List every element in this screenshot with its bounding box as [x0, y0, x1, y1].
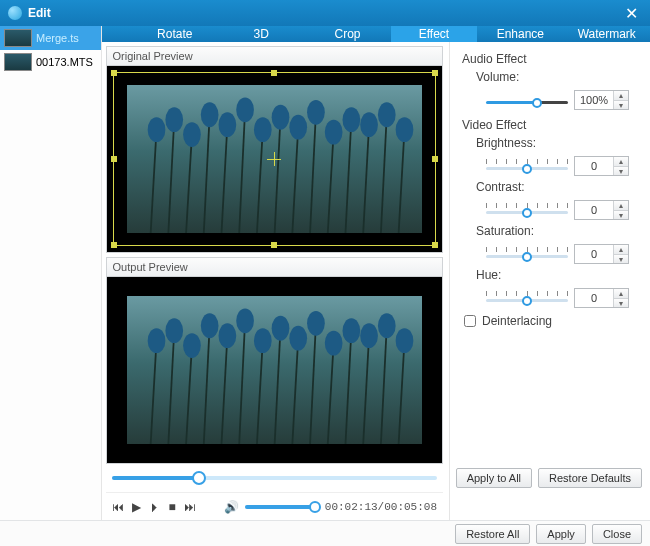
sidebar-item-label: 00173.MTS — [36, 56, 93, 68]
svg-point-57 — [360, 323, 378, 348]
saturation-slider[interactable] — [486, 247, 568, 261]
deinterlacing-input[interactable] — [464, 315, 476, 327]
svg-line-30 — [150, 340, 156, 444]
spin-up-icon[interactable]: ▴ — [614, 289, 628, 298]
svg-point-56 — [342, 318, 360, 343]
volume-icon[interactable]: 🔊 — [224, 500, 239, 514]
brightness-slider[interactable] — [486, 159, 568, 173]
video-frame — [127, 296, 422, 445]
video-effect-section: Video Effect — [462, 118, 640, 132]
spin-down-icon[interactable]: ▾ — [614, 166, 628, 175]
window-title: Edit — [28, 6, 621, 20]
saturation-label: Saturation: — [476, 224, 640, 238]
tab-watermark[interactable]: Watermark — [564, 26, 650, 42]
svg-point-51 — [254, 328, 272, 353]
title-bar: Edit ✕ — [0, 0, 650, 26]
step-icon[interactable]: ⏵ — [149, 500, 161, 514]
tab-enhance[interactable]: Enhance — [477, 26, 563, 42]
spin-down-icon[interactable]: ▾ — [614, 100, 628, 109]
playback-controls: ⏮ ▶ ⏵ ■ ⏭ 🔊 00:02:13/00:05:08 — [106, 492, 443, 520]
saturation-spinner[interactable]: 0 ▴▾ — [574, 244, 629, 264]
restore-defaults-button[interactable]: Restore Defaults — [538, 468, 642, 488]
svg-point-52 — [271, 315, 289, 340]
svg-line-44 — [398, 340, 404, 444]
output-preview — [106, 276, 443, 464]
sidebar-thumb-icon — [4, 29, 32, 47]
svg-point-50 — [236, 308, 254, 333]
original-preview[interactable] — [106, 65, 443, 253]
sidebar-item-label: Merge.ts — [36, 32, 79, 44]
svg-line-32 — [186, 345, 192, 444]
close-button[interactable]: Close — [592, 524, 642, 544]
spin-up-icon[interactable]: ▴ — [614, 201, 628, 210]
spin-up-icon[interactable]: ▴ — [614, 91, 628, 100]
prev-icon[interactable]: ⏮ — [112, 500, 124, 514]
svg-point-54 — [307, 310, 325, 335]
spin-down-icon[interactable]: ▾ — [614, 254, 628, 263]
svg-point-49 — [218, 323, 236, 348]
volume-effect-slider[interactable] — [486, 93, 568, 107]
restore-all-button[interactable]: Restore All — [455, 524, 530, 544]
svg-line-35 — [239, 320, 245, 444]
file-sidebar: Merge.ts 00173.MTS — [0, 26, 102, 520]
seek-bar[interactable] — [106, 464, 443, 492]
svg-point-48 — [200, 313, 218, 338]
crop-center-icon — [267, 152, 281, 166]
spin-up-icon[interactable]: ▴ — [614, 157, 628, 166]
effect-panel: Audio Effect Volume: 100% ▴▾ Video Effec… — [450, 42, 650, 328]
play-icon[interactable]: ▶ — [132, 500, 141, 514]
svg-line-43 — [381, 325, 387, 444]
sidebar-item-00173[interactable]: 00173.MTS — [0, 50, 101, 74]
tab-crop[interactable]: Crop — [304, 26, 390, 42]
svg-point-55 — [324, 330, 342, 355]
hue-spinner[interactable]: 0 ▴▾ — [574, 288, 629, 308]
spin-down-icon[interactable]: ▾ — [614, 210, 628, 219]
contrast-label: Contrast: — [476, 180, 640, 194]
spin-up-icon[interactable]: ▴ — [614, 245, 628, 254]
apply-button[interactable]: Apply — [536, 524, 586, 544]
seek-thumb[interactable] — [192, 471, 206, 485]
sidebar-thumb-icon — [4, 53, 32, 71]
svg-point-53 — [289, 325, 307, 350]
sidebar-item-merge[interactable]: Merge.ts — [0, 26, 101, 50]
close-icon[interactable]: ✕ — [621, 4, 642, 23]
apply-to-all-button[interactable]: Apply to All — [456, 468, 532, 488]
svg-line-42 — [363, 335, 369, 444]
stop-icon[interactable]: ■ — [169, 500, 176, 514]
spin-down-icon[interactable]: ▾ — [614, 298, 628, 307]
preview-column: Original Preview — [102, 42, 450, 520]
app-logo-icon — [8, 6, 22, 20]
svg-line-31 — [168, 330, 174, 444]
brightness-label: Brightness: — [476, 136, 640, 150]
time-display: 00:02:13/00:05:08 — [325, 501, 437, 513]
hue-slider[interactable] — [486, 291, 568, 305]
svg-point-45 — [147, 328, 165, 353]
output-preview-label: Output Preview — [106, 257, 443, 276]
tab-bar: Rotate 3D Crop Effect Enhance Watermark — [102, 26, 650, 42]
svg-line-38 — [292, 338, 298, 445]
volume-spinner[interactable]: 100% ▴▾ — [574, 90, 629, 110]
svg-line-34 — [221, 335, 227, 444]
contrast-spinner[interactable]: 0 ▴▾ — [574, 200, 629, 220]
original-preview-label: Original Preview — [106, 46, 443, 65]
next-icon[interactable]: ⏭ — [184, 500, 196, 514]
volume-label: Volume: — [476, 70, 640, 84]
crop-rectangle[interactable] — [113, 72, 436, 246]
svg-point-46 — [165, 318, 183, 343]
footer-bar: Restore All Apply Close — [0, 520, 650, 546]
svg-point-58 — [378, 313, 396, 338]
brightness-spinner[interactable]: 0 ▴▾ — [574, 156, 629, 176]
svg-line-41 — [345, 330, 351, 444]
tab-3d[interactable]: 3D — [218, 26, 304, 42]
svg-line-39 — [310, 323, 316, 445]
tab-effect[interactable]: Effect — [391, 26, 477, 42]
deinterlacing-checkbox[interactable]: Deinterlacing — [464, 314, 640, 328]
hue-label: Hue: — [476, 268, 640, 282]
svg-line-37 — [274, 328, 280, 445]
tab-rotate[interactable]: Rotate — [132, 26, 218, 42]
volume-slider[interactable] — [245, 505, 315, 509]
audio-effect-section: Audio Effect — [462, 52, 640, 66]
contrast-slider[interactable] — [486, 203, 568, 217]
svg-line-40 — [327, 343, 333, 445]
svg-line-33 — [203, 325, 209, 444]
